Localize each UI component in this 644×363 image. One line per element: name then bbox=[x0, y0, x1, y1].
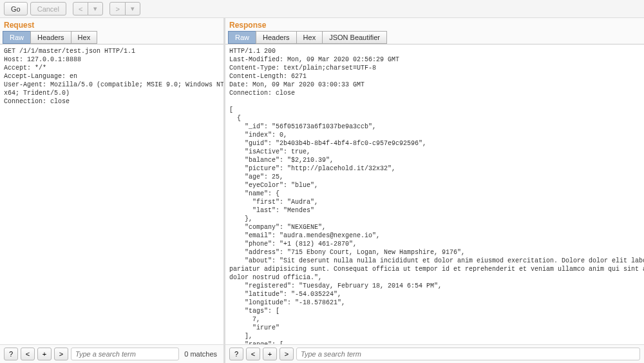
main-toolbar: Go Cancel < ▾ > ▾ bbox=[0, 0, 644, 18]
response-panel: Response Raw Headers Hex JSON Beautifier… bbox=[225, 18, 644, 363]
response-search-bar: ? < + > bbox=[225, 344, 644, 363]
tab-request-raw[interactable]: Raw bbox=[3, 31, 31, 44]
response-raw-content[interactable]: HTTP/1.1 200 Last-Modified: Mon, 09 Mar … bbox=[225, 44, 644, 344]
back-dropdown-button[interactable]: ▾ bbox=[88, 2, 103, 15]
tab-response-raw[interactable]: Raw bbox=[228, 31, 256, 44]
history-forward-group: > ▾ bbox=[109, 2, 140, 15]
tab-response-json[interactable]: JSON Beautifier bbox=[322, 31, 387, 44]
response-search-input[interactable] bbox=[296, 348, 640, 360]
request-search-bar: ? < + > 0 matches bbox=[0, 344, 223, 363]
forward-dropdown-button[interactable]: ▾ bbox=[125, 2, 140, 15]
request-search-prev-button[interactable]: < bbox=[21, 348, 35, 360]
go-button[interactable]: Go bbox=[4, 2, 28, 15]
back-button[interactable]: < bbox=[73, 2, 88, 15]
history-back-group: < ▾ bbox=[73, 2, 103, 15]
request-search-matches: 0 matches bbox=[182, 350, 220, 358]
request-title: Request bbox=[0, 18, 223, 31]
request-search-help-button[interactable]: ? bbox=[4, 348, 18, 360]
split-container: Request Raw Headers Hex GET /1/1/master/… bbox=[0, 18, 644, 363]
request-search-add-button[interactable]: + bbox=[37, 348, 52, 360]
request-search-input[interactable] bbox=[71, 348, 179, 360]
request-search-next-button[interactable]: > bbox=[54, 348, 68, 360]
cancel-button[interactable]: Cancel bbox=[30, 2, 66, 15]
tab-response-headers[interactable]: Headers bbox=[256, 31, 297, 44]
request-panel: Request Raw Headers Hex GET /1/1/master/… bbox=[0, 18, 225, 363]
response-search-next-button[interactable]: > bbox=[279, 348, 294, 360]
response-search-help-button[interactable]: ? bbox=[229, 348, 243, 360]
tab-response-hex[interactable]: Hex bbox=[296, 31, 323, 44]
response-tabs: Raw Headers Hex JSON Beautifier bbox=[225, 31, 644, 44]
request-tabs: Raw Headers Hex bbox=[0, 31, 223, 44]
forward-button[interactable]: > bbox=[109, 2, 125, 15]
response-search-add-button[interactable]: + bbox=[263, 348, 277, 360]
tab-request-headers[interactable]: Headers bbox=[30, 31, 71, 44]
request-raw-content[interactable]: GET /1/1/master/test.json HTTP/1.1 Host:… bbox=[0, 44, 223, 344]
tab-request-hex[interactable]: Hex bbox=[71, 31, 98, 44]
response-search-prev-button[interactable]: < bbox=[246, 348, 260, 360]
response-title: Response bbox=[225, 18, 644, 31]
